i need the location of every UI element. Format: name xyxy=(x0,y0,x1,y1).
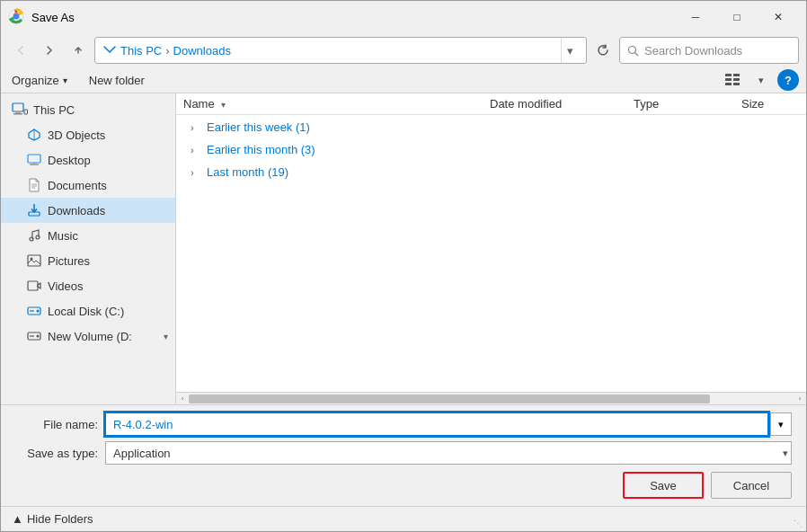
sidebar-item-music[interactable]: Music xyxy=(1,223,175,248)
svg-rect-13 xyxy=(15,111,21,113)
col-size[interactable]: Size xyxy=(734,93,806,114)
toolbar-right: ▾ ? xyxy=(720,69,799,91)
sidebar-item-new-volume[interactable]: New Volume (D: ▾ xyxy=(1,324,175,349)
title-bar-controls: ─ □ ✕ xyxy=(675,4,799,31)
app-icon xyxy=(8,8,26,26)
file-list: › Earlier this week (1) › Earlier this m… xyxy=(176,115,806,392)
hide-folders-button[interactable]: ▲ Hide Folders xyxy=(8,510,97,528)
new-volume-icon xyxy=(26,328,42,344)
svg-rect-15 xyxy=(24,110,28,114)
col-date[interactable]: Date modified xyxy=(483,93,626,114)
group-arrow-earlier-this-month: › xyxy=(191,145,201,155)
svg-rect-7 xyxy=(725,78,732,81)
sidebar: This PC 3D Objects Desktop xyxy=(1,93,176,404)
desktop-icon xyxy=(26,152,42,168)
svg-point-33 xyxy=(37,310,40,313)
sidebar-item-videos[interactable]: Videos xyxy=(1,273,175,298)
sort-indicator: ▾ xyxy=(221,100,226,110)
minimize-button[interactable]: ─ xyxy=(675,4,716,31)
file-list-header: Name ▾ Date modified Type Size xyxy=(176,93,806,115)
back-button[interactable] xyxy=(8,38,33,63)
view-icon xyxy=(724,72,740,88)
breadcrumb-downloads[interactable]: Downloads xyxy=(173,44,231,58)
close-button[interactable]: ✕ xyxy=(758,4,799,31)
view-dropdown-button[interactable]: ▾ xyxy=(749,69,774,91)
sidebar-item-pictures[interactable]: Pictures xyxy=(1,248,175,273)
hide-folders-bar: ▲ Hide Folders xyxy=(1,506,806,531)
toolbar: Organize ▾ New folder ▾ ? xyxy=(1,67,806,93)
h-scroll-thumb[interactable] xyxy=(189,395,710,403)
save-as-dialog: Save As ─ □ ✕ This PC › Downloads xyxy=(0,0,807,532)
new-folder-button[interactable]: New folder xyxy=(82,71,152,90)
group-arrow-earlier-this-week: › xyxy=(191,122,201,133)
videos-icon xyxy=(26,278,42,294)
hide-folders-arrow: ▲ xyxy=(12,512,23,526)
svg-rect-30 xyxy=(28,281,38,290)
address-bar-area: This PC › Downloads ▾ Search Downloads xyxy=(1,33,806,67)
file-name-dropdown[interactable]: ▾ xyxy=(770,412,792,436)
view-button[interactable] xyxy=(720,69,745,91)
sidebar-item-3d-objects[interactable]: 3D Objects xyxy=(1,122,175,147)
forward-button[interactable] xyxy=(37,38,62,63)
search-icon xyxy=(627,45,639,57)
file-name-input[interactable] xyxy=(105,412,768,436)
this-pc-icon xyxy=(12,102,28,118)
breadcrumb-this-pc[interactable]: This PC xyxy=(120,44,162,58)
file-name-row: File name: ▾ xyxy=(15,412,792,436)
svg-rect-6 xyxy=(725,74,732,76)
svg-rect-11 xyxy=(733,83,740,85)
buttons-row: Save Cancel xyxy=(15,472,792,499)
sidebar-item-desktop[interactable]: Desktop xyxy=(1,147,175,173)
svg-rect-19 xyxy=(31,163,37,164)
sidebar-item-this-pc[interactable]: This PC xyxy=(1,97,175,122)
file-group-last-month[interactable]: › Last month (19) xyxy=(176,160,806,182)
up-button[interactable] xyxy=(66,38,91,63)
svg-rect-8 xyxy=(725,83,732,85)
view-dropdown-arrow: ▾ xyxy=(758,75,764,86)
svg-point-27 xyxy=(36,235,40,239)
address-bar[interactable]: This PC › Downloads ▾ xyxy=(94,37,587,64)
3d-objects-icon xyxy=(26,127,42,143)
resize-grip[interactable]: ⋱ xyxy=(794,519,804,529)
horizontal-scrollbar[interactable]: ‹ › xyxy=(176,392,806,404)
sidebar-dropdown-arrow: ▾ xyxy=(164,332,168,341)
svg-rect-9 xyxy=(733,74,740,76)
save-type-row: Save as type: Application ▾ xyxy=(15,441,792,465)
address-bar-dropdown[interactable]: ▾ xyxy=(561,38,579,63)
svg-rect-28 xyxy=(28,255,40,266)
search-box[interactable]: Search Downloads xyxy=(619,37,799,64)
refresh-button[interactable] xyxy=(590,38,616,63)
file-list-area: Name ▾ Date modified Type Size › Earlier… xyxy=(176,93,806,404)
col-type[interactable]: Type xyxy=(626,93,734,114)
h-scroll-track[interactable] xyxy=(189,393,794,405)
title-bar: Save As ─ □ ✕ xyxy=(1,1,806,33)
sidebar-item-downloads[interactable]: Downloads xyxy=(1,198,175,223)
h-scroll-left-button[interactable]: ‹ xyxy=(176,393,189,405)
svg-line-5 xyxy=(635,52,639,56)
pictures-icon xyxy=(26,253,42,269)
file-group-earlier-this-month[interactable]: › Earlier this month (3) xyxy=(176,137,806,160)
svg-rect-3 xyxy=(102,42,117,57)
col-name[interactable]: Name ▾ xyxy=(176,93,483,114)
address-nav-icon xyxy=(102,42,117,59)
cancel-button[interactable]: Cancel xyxy=(711,472,792,499)
file-name-label: File name: xyxy=(15,418,105,431)
h-scroll-right-button[interactable]: › xyxy=(794,393,806,405)
save-type-label: Save as type: xyxy=(15,447,105,460)
maximize-button[interactable]: □ xyxy=(716,4,758,31)
sidebar-item-documents[interactable]: Documents xyxy=(1,173,175,198)
file-group-earlier-this-week[interactable]: › Earlier this week (1) xyxy=(176,115,806,137)
svg-point-36 xyxy=(37,335,40,338)
save-type-wrapper: Application ▾ xyxy=(105,441,792,465)
svg-rect-18 xyxy=(28,155,40,163)
svg-rect-20 xyxy=(30,164,39,165)
help-button[interactable]: ? xyxy=(777,69,799,91)
search-placeholder: Search Downloads xyxy=(644,44,742,58)
bottom-area: File name: ▾ Save as type: Application ▾… xyxy=(1,404,806,506)
main-content: This PC 3D Objects Desktop xyxy=(1,93,806,404)
sidebar-item-local-disk[interactable]: Local Disk (C:) xyxy=(1,298,175,324)
save-button[interactable]: Save xyxy=(623,472,704,499)
svg-rect-12 xyxy=(13,103,23,111)
save-type-select[interactable]: Application xyxy=(105,441,792,465)
organize-button[interactable]: Organize ▾ xyxy=(4,71,75,90)
